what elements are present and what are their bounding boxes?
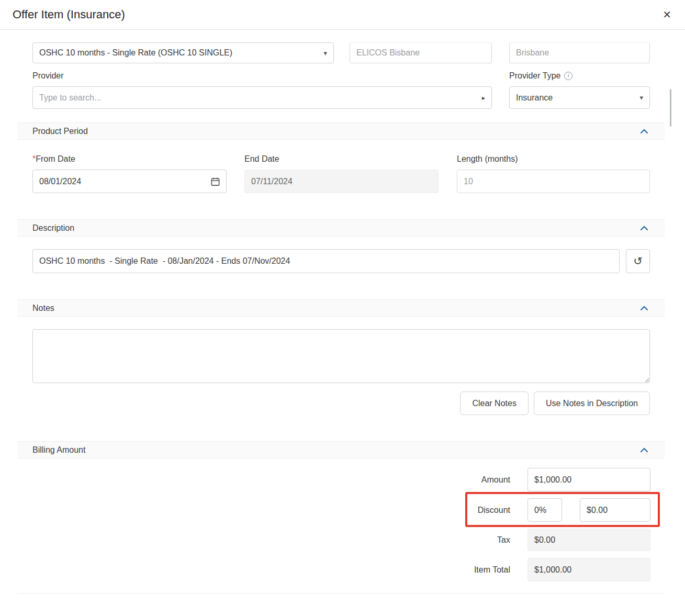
amount-input[interactable] bbox=[527, 468, 650, 491]
clear-notes-button[interactable]: Clear Notes bbox=[460, 391, 528, 415]
discount-row: Discount bbox=[32, 498, 650, 522]
product-select-value: OSHC 10 months - Single Rate (OSHC 10 SI… bbox=[39, 48, 232, 58]
chevron-down-icon: ▾ bbox=[323, 49, 327, 57]
page-title: Offer Item (Insurance) bbox=[13, 8, 125, 21]
campus-field[interactable] bbox=[509, 42, 650, 63]
modal-content: OSHC 10 months - Single Rate (OSHC 10 SI… bbox=[0, 30, 685, 616]
collapse-chevron-icon[interactable] bbox=[639, 446, 649, 454]
scrollbar-thumb[interactable] bbox=[670, 89, 671, 127]
item-total-label: Item Total bbox=[474, 565, 510, 575]
provider-row: Provider ▸ Provider Typei Insurance ▾ bbox=[32, 70, 650, 109]
section-description: Description ↺ bbox=[17, 219, 665, 286]
description-input[interactable] bbox=[32, 249, 620, 273]
from-date-input[interactable] bbox=[32, 170, 227, 193]
item-total-row: Item Total $1,000.00 bbox=[32, 558, 650, 581]
section-header-product-period: Product Period bbox=[17, 122, 665, 140]
discount-label: Discount bbox=[478, 506, 510, 515]
provider-label: Provider bbox=[32, 70, 492, 82]
section-billing-amount: Billing Amount Amount Discount Tax $0.00… bbox=[17, 441, 665, 593]
discount-amount-input[interactable] bbox=[580, 498, 650, 522]
section-title: Billing Amount bbox=[32, 445, 85, 455]
tax-row: Tax $0.00 bbox=[32, 529, 650, 551]
section-header-notes: Notes bbox=[17, 299, 665, 317]
reset-icon: ↺ bbox=[633, 255, 643, 267]
length-input[interactable] bbox=[457, 170, 650, 193]
section-product-period: Product Period *From Date bbox=[17, 122, 665, 206]
section-header-description: Description bbox=[17, 219, 665, 237]
section-title: Product Period bbox=[32, 127, 88, 136]
info-icon[interactable]: i bbox=[564, 72, 572, 80]
tax-label: Tax bbox=[497, 535, 510, 545]
amount-label: Amount bbox=[481, 475, 510, 485]
notes-textarea[interactable] bbox=[32, 329, 650, 383]
collapse-chevron-icon[interactable] bbox=[639, 225, 649, 232]
reset-description-button[interactable]: ↺ bbox=[626, 249, 650, 273]
collapse-chevron-icon[interactable] bbox=[639, 128, 649, 135]
section-title: Description bbox=[32, 223, 74, 233]
use-notes-in-description-button[interactable]: Use Notes in Description bbox=[534, 391, 650, 415]
section-notes: Notes Clear Notes Use Notes in Descripti… bbox=[17, 299, 665, 428]
end-date-label: End Date bbox=[244, 153, 439, 165]
section-header-billing-amount: Billing Amount bbox=[17, 441, 665, 458]
modal-header: Offer Item (Insurance) ✕ bbox=[0, 0, 685, 30]
provider-type-label: Provider Typei bbox=[509, 70, 650, 82]
provider-type-value: Insurance bbox=[516, 93, 553, 103]
from-date-label: *From Date bbox=[32, 153, 227, 165]
provider-search-input[interactable] bbox=[32, 86, 492, 109]
length-label: Length (months) bbox=[457, 153, 650, 165]
collapse-chevron-icon[interactable] bbox=[639, 305, 649, 312]
calendar-icon[interactable] bbox=[210, 176, 220, 186]
discount-percent-input[interactable] bbox=[527, 498, 562, 522]
section-title: Notes bbox=[32, 304, 54, 313]
product-select[interactable]: OSHC 10 months - Single Rate (OSHC 10 SI… bbox=[32, 42, 334, 63]
close-icon[interactable]: ✕ bbox=[662, 9, 671, 20]
tax-field: $0.00 bbox=[527, 529, 650, 551]
provider-type-select[interactable]: Insurance ▾ bbox=[509, 86, 650, 109]
top-field-row: OSHC 10 months - Single Rate (OSHC 10 SI… bbox=[32, 42, 650, 63]
chevron-down-icon: ▾ bbox=[639, 94, 643, 102]
amount-row: Amount bbox=[32, 468, 650, 491]
item-total-field: $1,000.00 bbox=[527, 558, 650, 581]
end-date-field: 07/11/2024 bbox=[244, 170, 439, 193]
course-field[interactable] bbox=[350, 42, 492, 63]
expand-right-icon[interactable]: ▸ bbox=[482, 94, 485, 101]
